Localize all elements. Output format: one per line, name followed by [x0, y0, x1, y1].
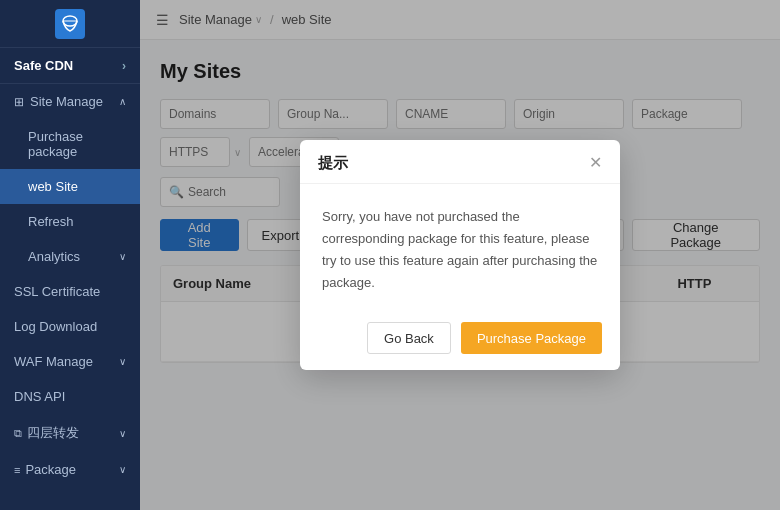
sidebar: Safe CDN › ⊞ Site Manage ∧ Purchase pack… — [0, 0, 140, 510]
sidebar-item-log-download[interactable]: Log Download — [0, 309, 140, 344]
web-site-label: web Site — [28, 179, 78, 194]
go-back-button[interactable]: Go Back — [367, 322, 451, 354]
site-manage-icon: ⊞ — [14, 95, 24, 109]
refresh-nav-label: Refresh — [28, 214, 74, 229]
site-manage-label: Site Manage — [30, 94, 103, 109]
brand-arrow: › — [122, 59, 126, 73]
sichuan-icon: ⧉ — [14, 427, 22, 440]
analytics-label: Analytics — [28, 249, 80, 264]
modal-title: 提示 — [318, 154, 348, 173]
sidebar-item-purchase-package[interactable]: Purchase package — [0, 119, 140, 169]
sidebar-item-site-manage[interactable]: ⊞ Site Manage ∧ — [0, 84, 140, 119]
package-chevron: ∨ — [119, 464, 126, 475]
modal-message: Sorry, you have not purchased the corres… — [322, 209, 597, 290]
logo-icon — [55, 9, 85, 39]
dns-label: DNS API — [14, 389, 65, 404]
modal-footer: Go Back Purchase Package — [300, 312, 620, 370]
sidebar-item-ssl-certificate[interactable]: SSL Certificate — [0, 274, 140, 309]
safe-cdn-brand[interactable]: Safe CDN › — [0, 48, 140, 84]
sidebar-item-analytics[interactable]: Analytics ∨ — [0, 239, 140, 274]
sidebar-item-refresh[interactable]: Refresh — [0, 204, 140, 239]
analytics-chevron: ∨ — [119, 251, 126, 262]
ssl-label: SSL Certificate — [14, 284, 100, 299]
package-icon: ≡ — [14, 464, 20, 476]
modal-overlay: 提示 ✕ Sorry, you have not purchased the c… — [140, 0, 780, 510]
modal-dialog: 提示 ✕ Sorry, you have not purchased the c… — [300, 140, 620, 370]
purchase-package-button[interactable]: Purchase Package — [461, 322, 602, 354]
sidebar-logo — [0, 0, 140, 48]
site-manage-chevron: ∧ — [119, 96, 126, 107]
purchase-package-label: Purchase package — [28, 129, 126, 159]
package-label: Package — [25, 462, 76, 477]
sidebar-item-sichuan[interactable]: ⧉ 四层转发 ∨ — [0, 414, 140, 452]
waf-chevron: ∨ — [119, 356, 126, 367]
modal-body: Sorry, you have not purchased the corres… — [300, 184, 620, 312]
modal-close-button[interactable]: ✕ — [589, 155, 602, 171]
brand-label: Safe CDN — [14, 58, 73, 73]
sidebar-item-web-site[interactable]: web Site — [0, 169, 140, 204]
waf-label: WAF Manage — [14, 354, 93, 369]
sidebar-item-waf-manage[interactable]: WAF Manage ∨ — [0, 344, 140, 379]
sichuan-label: 四层转发 — [27, 424, 79, 442]
log-label: Log Download — [14, 319, 97, 334]
modal-header: 提示 ✕ — [300, 140, 620, 184]
sichuan-chevron: ∨ — [119, 428, 126, 439]
sidebar-item-dns-api[interactable]: DNS API — [0, 379, 140, 414]
sidebar-item-package[interactable]: ≡ Package ∨ — [0, 452, 140, 487]
